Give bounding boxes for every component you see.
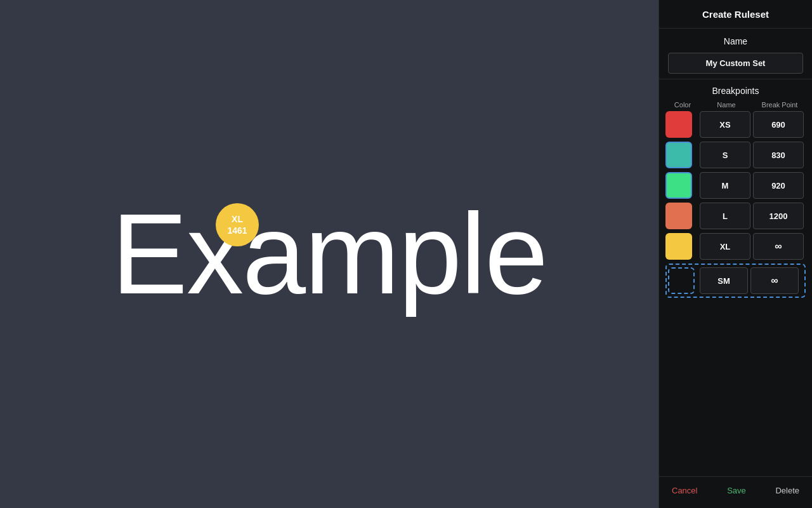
main-canvas: XL 1461 Example — [0, 0, 658, 508]
cancel-button[interactable]: Cancel — [668, 483, 701, 498]
breakpoints-section: Breakpoints Color Name Break Point — [659, 79, 812, 471]
breakpoints-title: Breakpoints — [665, 86, 806, 96]
bp-value-input-sm[interactable] — [750, 267, 799, 294]
bp-row-xl — [665, 233, 806, 260]
color-swatch-xl[interactable] — [665, 233, 692, 260]
col-header-name: Name — [701, 101, 752, 109]
col-header-breakpoint: Break Point — [754, 101, 805, 109]
bp-name-input-sm[interactable] — [700, 267, 748, 294]
color-swatch-sm[interactable] — [668, 267, 695, 294]
bp-value-input-xl[interactable] — [753, 233, 804, 260]
color-swatch-m[interactable] — [665, 172, 692, 199]
panel-header: Create Ruleset — [659, 0, 812, 29]
bp-name-input-m[interactable] — [700, 172, 750, 199]
bp-row-m — [665, 172, 806, 199]
bp-name-input-s[interactable] — [700, 142, 750, 168]
example-text: Example — [112, 197, 547, 311]
bp-header-row: Color Name Break Point — [665, 101, 806, 109]
bp-rows-container — [665, 111, 806, 298]
color-swatch-xs[interactable] — [665, 111, 692, 138]
bp-name-input-xl[interactable] — [700, 233, 750, 260]
delete-button[interactable]: Delete — [771, 483, 803, 498]
panel-title: Create Ruleset — [702, 9, 769, 20]
bp-value-input-s[interactable] — [753, 142, 804, 168]
bp-value-input-m[interactable] — [753, 172, 804, 199]
col-header-color: Color — [667, 101, 698, 109]
bp-row-l — [665, 203, 806, 229]
bp-name-input-l[interactable] — [700, 203, 750, 229]
color-swatch-s[interactable] — [665, 142, 692, 168]
right-panel: Create Ruleset Name Breakpoints Color Na… — [658, 0, 812, 508]
color-swatch-l[interactable] — [665, 203, 692, 229]
name-section: Name — [659, 29, 812, 79]
badge-label-line1: XL — [232, 213, 243, 225]
bp-row-s — [665, 142, 806, 168]
breakpoint-badge: XL 1461 — [216, 203, 259, 246]
save-button[interactable]: Save — [723, 483, 750, 498]
badge-label-line2: 1461 — [227, 225, 247, 236]
ruleset-name-input[interactable] — [668, 53, 803, 74]
bp-name-input-xs[interactable] — [700, 111, 750, 138]
bp-row-xs — [665, 111, 806, 138]
name-section-label: Name — [668, 36, 803, 46]
bp-value-input-l[interactable] — [753, 203, 804, 229]
panel-footer: Cancel Save Delete — [659, 476, 812, 502]
bp-value-input-xs[interactable] — [753, 111, 804, 138]
bp-row-sm — [665, 264, 806, 298]
